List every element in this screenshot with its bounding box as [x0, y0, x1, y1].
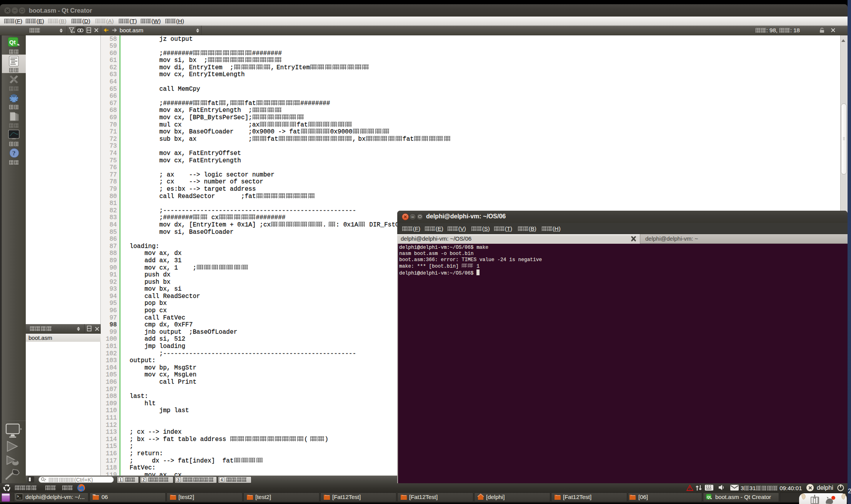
svg-text:?: ? [12, 150, 16, 157]
svg-text:Qt: Qt [707, 495, 711, 499]
svg-text:Qt: Qt [9, 39, 16, 45]
